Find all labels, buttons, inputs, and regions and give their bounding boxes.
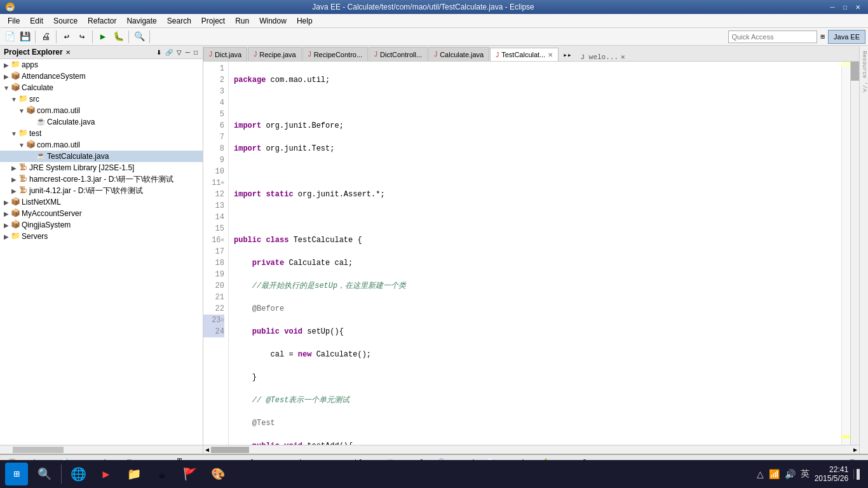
tree-item-junit[interactable]: ▶ 🗜 junit-4.12.jar - D:\研一下\软件测试 <box>0 185 203 196</box>
tree-label: com.mao.util <box>37 140 80 149</box>
maximize-button[interactable]: □ <box>840 2 850 12</box>
menu-edit[interactable]: Edit <box>25 15 48 27</box>
tab-recipe-java[interactable]: J Recipe.java <box>248 47 301 61</box>
expand-arrow: ▼ <box>18 142 25 149</box>
debug-button[interactable]: 🐛 <box>111 30 125 44</box>
clock-area[interactable]: 22:41 2015/5/26 <box>815 465 848 483</box>
hscroll-thumb[interactable] <box>13 447 64 453</box>
start-button[interactable]: ⊞ <box>5 463 28 485</box>
project-icon: 📦 <box>10 208 20 219</box>
tree-item-myaccount[interactable]: ▶ 📦 MyAccountServer <box>0 208 203 219</box>
tree-item-listnetxml[interactable]: ▶ 📦 ListNetXML <box>0 196 203 208</box>
editor-hscrollbar[interactable]: ◀ ▶ <box>203 445 859 454</box>
ruler-mark-yellow <box>841 62 850 67</box>
project-icon: 📦 <box>10 197 20 207</box>
tab-overflow-menu[interactable]: ▸▸ <box>559 49 575 61</box>
taskbar-right: △ 📶 🔊 英 22:41 2015/5/26 ▌ <box>757 465 863 483</box>
print-button[interactable]: 🖨 <box>39 30 53 44</box>
paint-button[interactable]: 🎨 <box>207 463 229 485</box>
tree-item-testcalculate[interactable]: ▶ ☕ TestCalculate.java <box>0 151 203 162</box>
flag-button[interactable]: 🚩 <box>179 463 201 485</box>
run-button[interactable]: ▶ <box>96 30 110 44</box>
menu-window[interactable]: Window <box>254 15 292 27</box>
redo-button[interactable]: ↪ <box>75 30 89 44</box>
perspective-layout-button[interactable]: ⊞ <box>817 30 828 43</box>
tree-item-jre[interactable]: ▶ 🗜 JRE System Library [J2SE-1.5] <box>0 162 203 173</box>
files-button[interactable]: 📁 <box>123 463 146 485</box>
chrome-button[interactable]: 🌐 <box>67 463 90 485</box>
save-button[interactable]: 💾 <box>18 30 32 44</box>
tab-close-icon[interactable]: ✕ <box>548 51 553 58</box>
tree-item-apps[interactable]: ▶ 📁 apps <box>0 59 203 71</box>
code-content[interactable]: package com.mao.util; import org.junit.B… <box>229 62 841 445</box>
tree-item-package-src[interactable]: ▼ 📦 com.mao.util <box>0 105 203 116</box>
tab-dict-java[interactable]: J Dict.java <box>203 47 247 61</box>
show-desktop-btn[interactable]: ▌ <box>853 469 863 479</box>
taskbar-separator <box>61 464 62 484</box>
hscroll-track[interactable] <box>211 447 851 453</box>
tab-dictcontroll[interactable]: J DictControll... <box>369 47 428 61</box>
tree-item-servers[interactable]: ▶ 📁 Servers <box>0 231 203 242</box>
menu-search[interactable]: Search <box>162 15 196 27</box>
tree-item-calculatejava[interactable]: ▶ ☕ Calculate.java <box>0 116 203 128</box>
menu-navigate[interactable]: Navigate <box>121 15 161 27</box>
expand-arrow: ▶ <box>3 62 10 69</box>
scrollbar-thumb[interactable] <box>851 62 859 81</box>
tab-recipecontro[interactable]: J RecipeContro... <box>302 47 368 61</box>
menu-help[interactable]: Help <box>292 15 318 27</box>
explorer-minimize-icon[interactable]: ─ <box>184 48 191 57</box>
scroll-left-btn[interactable]: ◀ <box>203 446 211 454</box>
menu-project[interactable]: Project <box>196 15 230 27</box>
menu-file[interactable]: File <box>3 15 25 27</box>
explorer-maximize-icon[interactable]: □ <box>193 48 199 57</box>
hscroll-thumb[interactable] <box>211 447 249 453</box>
jar-icon: 🗜 <box>18 174 28 184</box>
volume-icon[interactable]: 🔊 <box>785 469 796 479</box>
tree-label: junit-4.12.jar - D:\研一下\软件测试 <box>29 186 143 196</box>
close-button[interactable]: ✕ <box>853 2 863 12</box>
welo-tab[interactable]: J welo... <box>581 53 618 61</box>
tab-label: Dict.java <box>215 51 241 58</box>
tree-item-attendance[interactable]: ▶ 📦 AttendanceSystem <box>0 71 203 82</box>
search-taskbar-button[interactable]: 🔍 <box>33 463 56 485</box>
lang-icon[interactable]: 英 <box>801 468 810 480</box>
jar-icon: 🗜 <box>18 186 28 196</box>
eclipse-taskbar-button[interactable]: ☕ <box>151 463 173 485</box>
explorer-hscroll[interactable] <box>0 445 203 454</box>
welo-close[interactable]: ✕ <box>621 53 625 61</box>
tab-label: DictControll... <box>380 51 422 58</box>
menu-run[interactable]: Run <box>230 15 254 27</box>
tree-label: apps <box>22 60 38 69</box>
scroll-right-btn[interactable]: ▶ <box>851 446 859 454</box>
java-ee-perspective[interactable]: Java EE <box>828 30 865 44</box>
tab-testcalculate[interactable]: J TestCalculat... ✕ <box>490 48 559 62</box>
tree-item-qingjia[interactable]: ▶ 📦 QingjiaSystem <box>0 219 203 231</box>
tree-item-package-test[interactable]: ▼ 📦 com.mao.util <box>0 139 203 151</box>
undo-button[interactable]: ↩ <box>60 30 74 44</box>
minimize-button[interactable]: ─ <box>827 2 837 12</box>
menu-source[interactable]: Source <box>48 15 83 27</box>
tree-item-src[interactable]: ▼ 📁 src <box>0 93 203 105</box>
media-button[interactable]: ▶ <box>95 463 118 485</box>
explorer-close-icon[interactable]: ✕ <box>65 49 71 56</box>
tree-item-hamcrest[interactable]: ▶ 🗜 hamcrest-core-1.3.jar - D:\研一下\软件测试 <box>0 173 203 185</box>
tab-calculate-java[interactable]: J Calculate.java <box>428 47 489 61</box>
explorer-menu-icon[interactable]: ▽ <box>175 48 183 57</box>
tree-item-test[interactable]: ▼ 📁 test <box>0 128 203 139</box>
explorer-link-icon[interactable]: 🔗 <box>164 48 174 57</box>
package-icon: 📦 <box>25 140 36 150</box>
tree-item-calculate[interactable]: ▼ 📦 Calculate <box>0 82 203 93</box>
vertical-scrollbar[interactable] <box>850 62 859 445</box>
expand-arrow: ▶ <box>10 187 18 194</box>
menu-refactor[interactable]: Refactor <box>83 15 121 27</box>
code-editor[interactable]: 1 2 3 4 5 6 7 8 9 10 11⊕ 12 13 14 15 16⊕… <box>203 62 859 445</box>
tree-label: TestCalculate.java <box>47 152 109 161</box>
network-icon[interactable]: 📶 <box>769 469 780 479</box>
show-desktop-icon[interactable]: △ <box>757 469 764 479</box>
flag-icon: 🚩 <box>183 467 197 481</box>
search-button[interactable]: 🔍 <box>132 30 146 44</box>
explorer-body: ▶ 📁 apps ▶ 📦 AttendanceSystem ▼ 📦 Calcul… <box>0 59 203 445</box>
new-button[interactable]: 📄 <box>3 30 17 44</box>
quick-access-input[interactable] <box>728 30 817 43</box>
explorer-collapse-icon[interactable]: ⬇ <box>155 48 163 57</box>
